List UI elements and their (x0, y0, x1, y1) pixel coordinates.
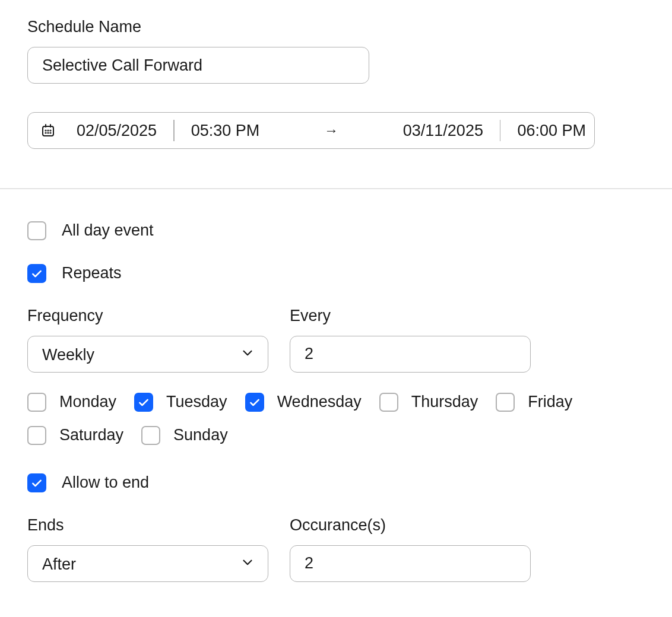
day-checkbox-thursday[interactable] (379, 393, 398, 412)
svg-point-5 (50, 130, 50, 131)
occurrence-input[interactable] (290, 545, 531, 582)
frequency-label: Frequency (27, 307, 268, 325)
day-checkbox-friday[interactable] (496, 393, 515, 412)
every-input[interactable] (290, 336, 531, 373)
day-label: Sunday (173, 426, 228, 444)
frequency-select[interactable]: Weekly (27, 336, 268, 373)
occurrence-label: Occurance(s) (290, 516, 531, 535)
day-checkbox-monday[interactable] (27, 393, 46, 412)
day-label: Wednesday (277, 393, 362, 411)
day-label: Tuesday (166, 393, 227, 411)
day-label: Thursday (411, 393, 478, 411)
all-day-checkbox[interactable] (27, 221, 46, 240)
allow-end-checkbox[interactable] (27, 473, 46, 492)
svg-point-8 (50, 132, 50, 133)
schedule-name-input[interactable] (27, 47, 369, 84)
day-checkbox-wednesday[interactable] (245, 393, 264, 412)
calendar-icon (40, 122, 56, 139)
repeats-checkbox[interactable] (27, 264, 46, 283)
ends-select[interactable]: After (27, 545, 268, 582)
start-date[interactable]: 02/05/2025 (77, 122, 157, 140)
every-label: Every (290, 307, 531, 325)
end-time[interactable]: 06:00 PM (517, 122, 586, 140)
allow-end-label: Allow to end (62, 473, 149, 492)
schedule-name-label: Schedule Name (27, 18, 645, 36)
start-time[interactable]: 05:30 PM (191, 122, 260, 140)
end-date[interactable]: 03/11/2025 (403, 122, 483, 140)
svg-point-7 (47, 132, 48, 133)
day-label: Saturday (59, 426, 123, 444)
arrow-right-icon: → (259, 122, 403, 139)
separator (500, 120, 501, 141)
separator (173, 120, 175, 141)
day-checkbox-tuesday[interactable] (134, 393, 153, 412)
repeats-label: Repeats (62, 264, 122, 282)
svg-point-3 (45, 130, 46, 131)
day-checkbox-sunday[interactable] (141, 426, 160, 445)
day-label: Friday (528, 393, 572, 411)
day-label: Monday (59, 393, 116, 411)
all-day-label: All day event (62, 221, 154, 240)
svg-point-6 (45, 132, 46, 133)
ends-label: Ends (27, 516, 268, 535)
svg-point-4 (47, 130, 48, 131)
date-range-picker[interactable]: 02/05/2025 05:30 PM → 03/11/2025 06:00 P… (27, 112, 595, 149)
day-checkbox-saturday[interactable] (27, 426, 46, 445)
days-of-week: MondayTuesdayWednesdayThursdayFridaySatu… (27, 393, 645, 445)
